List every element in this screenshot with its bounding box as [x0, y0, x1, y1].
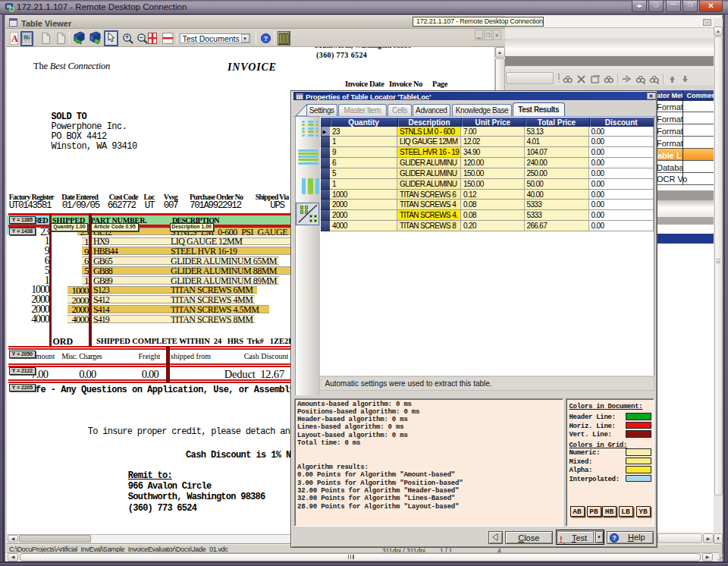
svg-text:?: ?: [612, 534, 616, 542]
